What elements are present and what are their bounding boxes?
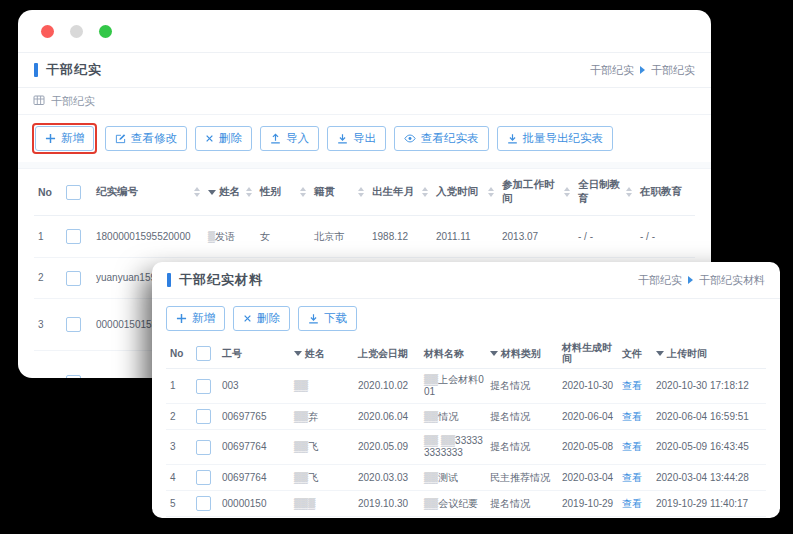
zoom-button[interactable] — [99, 25, 112, 38]
page-title-text: 干部纪实材料 — [179, 271, 263, 289]
row-checkbox[interactable] — [196, 496, 211, 511]
page-title-row: 干部纪实材料 干部纪实干部纪实材料 — [152, 262, 780, 299]
column-label: 在职教育 — [640, 185, 682, 199]
breadcrumb-item[interactable]: 干部纪实 — [590, 63, 634, 78]
column-header-name[interactable]: 姓名 — [204, 169, 256, 216]
cell-generate_time: 2020-10-30 — [558, 369, 618, 404]
column-header-work_start_date[interactable]: 参加工作时间 — [498, 169, 574, 216]
sort-icon[interactable] — [300, 187, 306, 197]
column-label: 纪实编号 — [96, 185, 138, 199]
row-checkbox[interactable] — [66, 229, 81, 244]
row-checkbox[interactable] — [196, 470, 211, 485]
breadcrumb-item[interactable]: 干部纪实 — [638, 273, 682, 288]
row-checkbox[interactable] — [66, 271, 81, 286]
toolbar-button-batch-export-record-sheet[interactable]: 批量导出纪实表 — [497, 126, 614, 151]
column-header-gender[interactable]: 性别 — [256, 169, 310, 216]
column-header-upload_time[interactable]: 上传时间 — [652, 338, 766, 369]
column-header-record_no[interactable]: 纪实编号 — [92, 169, 204, 216]
row-checkbox[interactable] — [196, 440, 211, 455]
toolbar-button-view-record-sheet[interactable]: 查看纪实表 — [394, 126, 489, 151]
file-cell: 查看 — [618, 404, 652, 430]
toolbar-button-export[interactable]: 导出 — [327, 126, 386, 151]
select-all-checkbox[interactable] — [196, 346, 211, 361]
view-link[interactable]: 查看 — [622, 380, 642, 391]
column-label: No — [170, 348, 183, 359]
column-label: 上传时间 — [667, 348, 707, 359]
button-label: 导入 — [286, 132, 309, 145]
close-button[interactable] — [41, 25, 54, 38]
sort-icon[interactable] — [564, 187, 570, 197]
view-link[interactable]: 查看 — [622, 472, 642, 483]
column-header-name[interactable]: 姓名 — [290, 338, 354, 369]
table-row: 118000001595520000▒发语女北京市1988.122011.112… — [34, 216, 695, 258]
column-header-no: No — [34, 169, 62, 216]
toolbar-button-import[interactable]: 导入 — [260, 126, 319, 151]
row-checkbox[interactable] — [66, 317, 81, 332]
minimize-button[interactable] — [70, 25, 83, 38]
toolbar-button-delete[interactable]: 删除 — [233, 306, 290, 331]
view-link[interactable]: 查看 — [622, 498, 642, 509]
checkbox-cell — [192, 369, 218, 404]
row-checkbox[interactable] — [196, 409, 211, 424]
cell-material_type: 民主推荐情况 — [486, 465, 558, 491]
cell-meeting_date: 2020.06.04 — [354, 404, 420, 430]
sort-icon[interactable] — [422, 187, 428, 197]
row-checkbox[interactable] — [66, 375, 81, 378]
close-icon — [205, 134, 214, 143]
cell-upload_time: 2020-05-09 16:43:45 — [652, 430, 766, 465]
sort-icon[interactable] — [246, 187, 252, 197]
column-header-fulltime_education[interactable]: 全日制教育 — [574, 169, 636, 216]
view-link[interactable]: 查看 — [622, 411, 642, 422]
cell-upload_time: 2020-10-30 17:18:12 — [652, 369, 766, 404]
column-header-select[interactable] — [192, 338, 218, 369]
toolbar-button-add[interactable]: 新增 — [166, 306, 225, 331]
cell-work_id: 003 — [218, 369, 290, 404]
cell-work_id: 00697764 — [218, 465, 290, 491]
toolbar-back: 新增查看修改删除导入导出查看纪实表批量导出纪实表 — [18, 115, 711, 162]
cell-material_name: ▒▒测试 — [420, 465, 486, 491]
cell-work_id: 00697764 — [218, 517, 290, 519]
cell-join_party_date: 2011.11 — [432, 216, 498, 258]
column-header-native_place[interactable]: 籍贯 — [310, 169, 368, 216]
table-header-row: No工号姓名上党会日期材料名称材料类别材料生成时间文件上传时间 — [166, 338, 766, 369]
checkbox-cell — [192, 430, 218, 465]
toolbar-button-delete[interactable]: 删除 — [195, 126, 252, 151]
cell-name: ▒发语 — [204, 216, 256, 258]
toolbar-button-view-edit[interactable]: 查看修改 — [105, 126, 187, 151]
breadcrumb-item[interactable]: 干部纪实材料 — [699, 273, 765, 288]
cell-work_start_date: 2013.07 — [498, 216, 574, 258]
cell-upload_time: 2020-06-04 16:59:51 — [652, 404, 766, 430]
sort-icon[interactable] — [194, 187, 200, 197]
column-label: 入党时间 — [436, 185, 478, 199]
cell-name: ▒▒▒ — [290, 491, 354, 517]
view-link[interactable]: 查看 — [622, 441, 642, 452]
cell-meeting_date: 2019.10.30 — [354, 517, 420, 519]
row-checkbox[interactable] — [196, 379, 211, 394]
column-label: 文件 — [622, 348, 642, 359]
table-row: 400697764▒▒飞2020.03.03▒▒测试民主推荐情况2020-03-… — [166, 465, 766, 491]
panel-label: 干部纪实 — [51, 94, 95, 109]
cell-upload_time: 2019-10-29 11:40:17 — [652, 491, 766, 517]
column-header-material_type[interactable]: 材料类别 — [486, 338, 558, 369]
column-header-join_party_date[interactable]: 入党时间 — [432, 169, 498, 216]
cell-work_id: 00697764 — [218, 430, 290, 465]
toolbar-button-add[interactable]: 新增 — [35, 126, 94, 151]
cell-name: ▒▒弃 — [290, 404, 354, 430]
checkbox-cell — [62, 258, 92, 299]
edit-icon — [115, 133, 126, 144]
button-label: 新增 — [61, 132, 84, 145]
column-header-select[interactable] — [62, 169, 92, 216]
cell-fulltime_education: - / - — [574, 216, 636, 258]
sort-icon[interactable] — [488, 187, 494, 197]
page-title-row: 干部纪实 干部纪实干部纪实 — [18, 53, 711, 88]
breadcrumb: 干部纪实干部纪实材料 — [638, 273, 765, 288]
cell-upload_time: 2020-03-04 13:44:28 — [652, 465, 766, 491]
sort-icon[interactable] — [358, 187, 364, 197]
select-all-checkbox[interactable] — [66, 185, 81, 200]
breadcrumb-item[interactable]: 干部纪实 — [651, 63, 695, 78]
column-label: 性别 — [260, 185, 281, 199]
button-label: 删除 — [219, 132, 242, 145]
toolbar-button-download[interactable]: 下载 — [298, 306, 357, 331]
sort-icon[interactable] — [626, 187, 632, 197]
column-header-birth_date[interactable]: 出生年月 — [368, 169, 432, 216]
